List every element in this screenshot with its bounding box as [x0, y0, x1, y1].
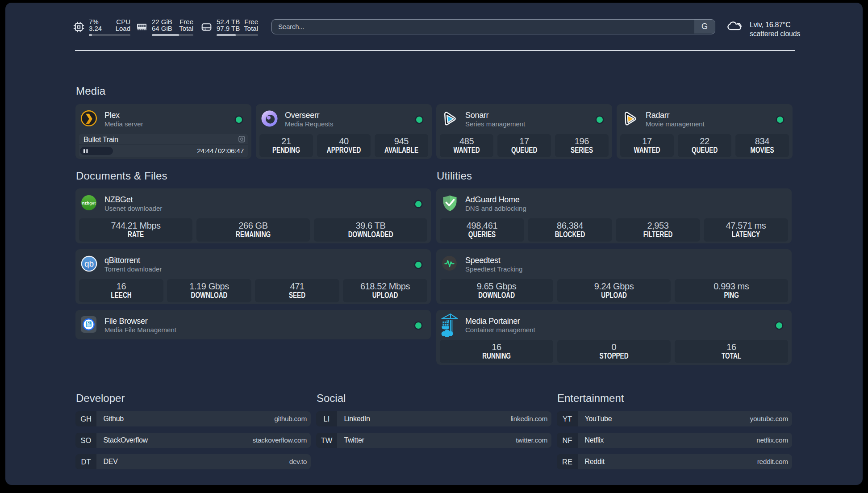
svg-text:qb: qb	[84, 259, 94, 268]
svg-text:nzbget: nzbget	[82, 201, 96, 205]
